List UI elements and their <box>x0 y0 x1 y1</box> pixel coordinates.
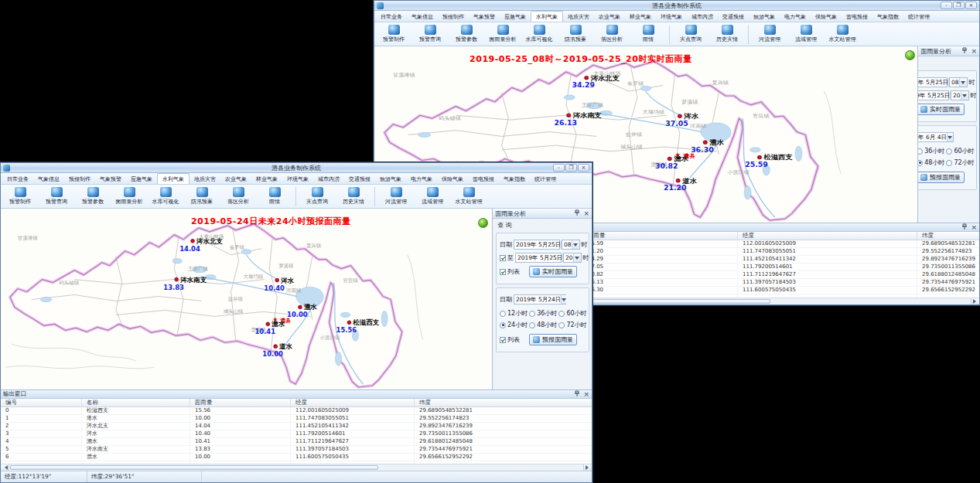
realtime-to-date-select[interactable]: 2019年 5月25日 <box>917 90 949 100</box>
dock-close-icon[interactable]: × <box>971 224 977 230</box>
toolbar-button[interactable]: 预警参数 <box>75 185 111 207</box>
toolbar-button[interactable]: 水文站管理 <box>451 185 487 207</box>
list-checkbox[interactable] <box>500 269 506 275</box>
column-header[interactable]: 经度 <box>738 232 917 240</box>
table-row[interactable]: 1道水10.00111.74708305505129.552256174823 <box>1 415 592 423</box>
menu-tab-16[interactable]: 气象指数 <box>872 12 903 22</box>
toolbar-button[interactable]: 河流管理 <box>752 23 787 45</box>
pin-icon[interactable] <box>574 390 580 398</box>
table-row[interactable]: 2涔水北支14.04111.45210541134229.89234767162… <box>1 423 592 430</box>
scroll-left-icon[interactable] <box>1 464 9 471</box>
toolbar-button[interactable]: 面雨量分析 <box>111 185 147 207</box>
realtime-to-hour-select[interactable]: 20 <box>951 90 969 100</box>
realtime-hour-select[interactable]: 08 <box>949 77 968 87</box>
dock-close-icon[interactable]: × <box>583 391 589 397</box>
toolbar-button[interactable]: 防汛预案 <box>184 185 220 207</box>
toolbar-button[interactable]: 历史灾情 <box>709 23 745 45</box>
toolbar-button[interactable]: 预警参数 <box>449 23 484 45</box>
close-button[interactable]: × <box>578 164 589 172</box>
menu-tab-7[interactable]: 农业气象 <box>220 174 251 184</box>
realtime-to-hour-select[interactable]: 20 <box>563 253 582 263</box>
titlebar[interactable]: 澧县业务制作系统 – ❐ × <box>1 163 592 173</box>
minimize-button[interactable]: – <box>553 164 565 172</box>
toolbar-button[interactable]: 落区分析 <box>220 185 256 207</box>
toolbar-button[interactable]: 灾点查询 <box>299 185 335 207</box>
menu-tab-12[interactable]: 旅游气象 <box>749 12 780 22</box>
realtime-date-select[interactable]: 2019年 5月25日 <box>514 240 560 250</box>
duration-radio-option[interactable]: 60小时 <box>558 309 586 318</box>
menu-tab-8[interactable]: 林业气象 <box>625 12 656 22</box>
toolbar-button[interactable]: 雨情 <box>630 23 666 45</box>
column-header[interactable]: 纬度 <box>917 232 979 240</box>
menu-tab-4[interactable]: 应急气象 <box>126 174 157 184</box>
toolbar-button[interactable]: 灾点查询 <box>673 23 709 45</box>
panel-header[interactable]: 面雨量分析× <box>493 209 592 219</box>
pin-icon[interactable] <box>961 47 968 55</box>
horizontal-scrollbar[interactable] <box>1 464 592 471</box>
menu-tab-12[interactable]: 旅游气象 <box>375 174 406 184</box>
menu-tab-17[interactable]: 统计管理 <box>903 12 934 22</box>
toolbar-button[interactable]: 河流管理 <box>378 185 414 207</box>
close-button[interactable]: × <box>965 2 977 9</box>
menu-tab-6[interactable]: 地质灾害 <box>563 12 594 22</box>
column-header[interactable]: 经度 <box>291 399 415 406</box>
menu-tab-0[interactable]: 日常业务 <box>2 174 33 184</box>
toolbar-button[interactable]: 预警制作 <box>376 23 411 45</box>
panel-header[interactable]: 面雨量分析× <box>918 46 979 56</box>
titlebar[interactable]: 澧县业务制作系统 – ❐ × <box>374 1 979 11</box>
pin-icon[interactable] <box>574 209 580 217</box>
menu-tab-14[interactable]: 保险气象 <box>437 174 468 184</box>
toolbar-button[interactable]: 水文站管理 <box>825 23 860 45</box>
forecast-date-select[interactable]: 2019年 5月24日 <box>514 294 566 304</box>
maximize-button[interactable]: ❐ <box>953 2 965 9</box>
duration-radio-option[interactable]: 72小时 <box>558 321 586 329</box>
duration-radio-option[interactable]: 24小时 <box>500 321 528 329</box>
menu-tab-14[interactable]: 保险气象 <box>811 12 842 22</box>
toolbar-button[interactable]: 流域管理 <box>415 185 450 207</box>
toolbar-button[interactable]: 水库可视化 <box>148 185 183 207</box>
realtime-to-date-select[interactable]: 2019年 5月25日 <box>515 253 562 263</box>
menu-tab-7[interactable]: 农业气象 <box>594 12 625 22</box>
toolbar-button[interactable]: 预警查询 <box>39 185 74 207</box>
panel-close-icon[interactable]: × <box>583 210 589 216</box>
table-row[interactable]: 6澧水10.00111.60057505043529.6566152952292 <box>1 454 592 461</box>
menu-tab-16[interactable]: 气象指数 <box>499 174 530 184</box>
duration-radio-option[interactable]: 60小时 <box>946 147 974 155</box>
forecast-rainfall-button[interactable]: 预报面雨量 <box>917 172 965 183</box>
menu-tab-11[interactable]: 交通预报 <box>344 174 375 184</box>
pin-icon[interactable] <box>961 223 968 231</box>
panel-close-icon[interactable]: × <box>971 48 977 54</box>
duration-radio-option[interactable]: 12小时 <box>500 309 528 318</box>
toolbar-button[interactable]: 面雨量分析 <box>485 23 521 45</box>
menu-tab-6[interactable]: 地质灾害 <box>190 174 220 184</box>
column-header[interactable]: 名称 <box>82 399 190 406</box>
menu-tab-5[interactable]: 水利气象 <box>157 173 190 184</box>
realtime-rainfall-button[interactable]: 实时面雨量 <box>529 266 577 277</box>
duration-radio-option[interactable]: 72小时 <box>946 158 974 167</box>
table-row[interactable]: 5涔水南支13.83111.39705718450329.73544769759… <box>1 446 592 454</box>
duration-radio-option[interactable]: 48小时 <box>917 158 944 167</box>
menu-tab-5[interactable]: 水利气象 <box>531 11 563 22</box>
menu-tab-1[interactable]: 气象信息 <box>33 174 64 184</box>
maximize-button[interactable]: ❐ <box>565 164 577 172</box>
realtime-hour-select[interactable]: 08 <box>562 240 580 250</box>
menu-tab-2[interactable]: 预报制作 <box>438 12 469 22</box>
menu-tab-10[interactable]: 城市内涝 <box>687 12 718 22</box>
column-header[interactable]: 面雨量 <box>583 232 738 240</box>
table-row[interactable]: 0松滋西支15.56112.00160502500929.68905485322… <box>1 407 592 415</box>
realtime-date-select[interactable]: 2019年 5月25日 <box>917 77 948 87</box>
forecast-date-select[interactable]: 2019年 6月 4日 <box>917 132 954 142</box>
scroll-right-icon[interactable] <box>583 464 592 471</box>
duration-radio-option[interactable]: 36小时 <box>529 309 557 318</box>
menu-tab-0[interactable]: 日常业务 <box>376 12 407 22</box>
list-checkbox[interactable] <box>500 337 506 343</box>
menu-tab-15[interactable]: 雷电预报 <box>468 174 499 184</box>
menu-tab-15[interactable]: 雷电预报 <box>842 12 872 22</box>
to-checkbox[interactable] <box>500 255 506 261</box>
minimize-button[interactable]: – <box>941 2 952 9</box>
menu-tab-3[interactable]: 气象预警 <box>469 12 500 22</box>
scrollbar-thumb[interactable] <box>10 465 378 470</box>
column-header[interactable]: 面雨量 <box>190 399 291 406</box>
map-globe-button[interactable] <box>478 218 488 228</box>
output-dock-header[interactable]: 输出窗口× <box>1 390 592 399</box>
